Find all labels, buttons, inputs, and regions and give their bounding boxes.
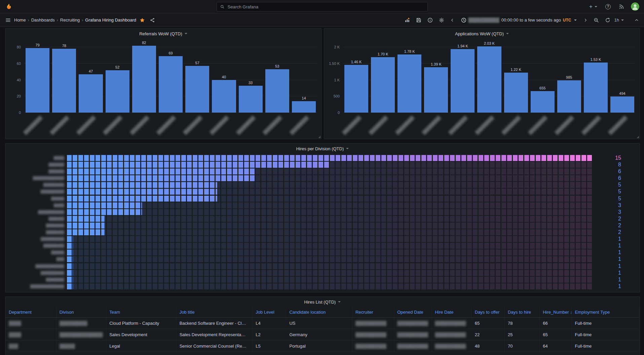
y-axis-tick-label: 0 <box>19 111 21 115</box>
collapse-toolbar-button[interactable] <box>633 17 640 24</box>
gauge-value: 6 <box>596 175 636 181</box>
panel-title-division[interactable]: Hires per Division (QTD) <box>5 144 640 154</box>
gauge-cell-gaps <box>67 256 593 262</box>
x-tick-text-blurred: █████████ <box>475 115 494 135</box>
column-header[interactable]: Days to offer <box>471 307 504 318</box>
news-button[interactable] <box>617 3 626 11</box>
zoom-out-button[interactable] <box>592 16 600 24</box>
panel-title-table[interactable]: Hires List (QTD) <box>5 297 640 307</box>
bar-group: 47 <box>79 41 103 113</box>
grafana-logo[interactable] <box>5 2 13 11</box>
gauge-value: 2 <box>596 229 636 235</box>
x-tick-text-blurred: █████████ <box>236 115 256 135</box>
bar-value-label: 69 <box>168 51 173 55</box>
gauge-track <box>67 249 593 255</box>
column-header[interactable]: Opened Date <box>394 307 432 318</box>
panel-resize-handle[interactable] <box>637 136 639 138</box>
column-header[interactable]: Recruiter <box>352 307 394 318</box>
column-header[interactable]: Job title <box>176 307 253 318</box>
column-header[interactable]: Team <box>106 307 176 318</box>
time-range-text: 00:00:00 to a few seconds ago <box>501 17 561 23</box>
bar <box>477 46 501 113</box>
chevron-right-icon: › <box>57 18 58 23</box>
refresh-interval-dropdown[interactable]: 1h <box>613 16 625 24</box>
bar-value-label: 14 <box>302 96 306 100</box>
add-panel-button[interactable] <box>403 16 411 24</box>
grafana-app: + ? Home › Dashboards › <box>0 0 644 355</box>
column-header[interactable]: Hire Date <box>432 307 471 318</box>
column-header[interactable]: Employment Type <box>572 307 639 318</box>
panel-menu-icon <box>346 148 349 149</box>
time-range-picker[interactable]: ██████████ 00:00:00 to a few seconds ago… <box>459 16 579 24</box>
x-axis-tick-label: █████████ <box>264 113 291 137</box>
referrals-bar-chart: 020406080 7978475282695740335314 ███████… <box>9 41 317 137</box>
table-cell: Backend Software Engineer - Cl… <box>176 318 253 329</box>
cell-text-blurred: █████████ <box>60 321 87 326</box>
x-tick-text-blurred: █████████ <box>555 115 574 135</box>
x-tick-text-blurred: █████████ <box>342 115 361 135</box>
column-header[interactable]: Department <box>6 307 56 318</box>
breadcrumb: Home › Dashboards › Recruiting › Grafana… <box>14 17 136 23</box>
table-cell: ████ <box>6 329 56 341</box>
breadcrumb-dashboards[interactable]: Dashboards <box>31 17 55 23</box>
x-axis-tick-label: █████████ <box>582 113 609 137</box>
panel-resize-handle[interactable] <box>318 136 320 138</box>
gauge-value: 1 <box>596 283 636 289</box>
x-tick-text-blurred: █████████ <box>395 115 414 135</box>
table-cell: L2 <box>253 329 286 341</box>
cell-text-blurred: ██████████ <box>435 321 466 326</box>
user-avatar[interactable] <box>631 2 639 11</box>
division-label-blurred: ████ <box>9 203 64 207</box>
breadcrumb-home[interactable]: Home <box>14 17 26 23</box>
share-icon <box>150 17 155 23</box>
bar-value-label: 1.78 K <box>404 49 415 53</box>
gauge-row: ████3 <box>9 202 636 208</box>
save-dashboard-button[interactable] <box>415 16 423 24</box>
table-cell: 70 <box>504 341 539 352</box>
table-cell: ████ <box>6 318 56 329</box>
favorite-button[interactable] <box>138 16 146 24</box>
help-button[interactable]: ? <box>604 3 612 11</box>
column-header[interactable]: Hire_Number ↓ <box>540 307 572 318</box>
bar <box>212 80 236 113</box>
column-header[interactable]: Job Level <box>253 307 286 318</box>
refresh-picker: 1h <box>604 16 625 24</box>
x-tick-text-blurred: █████████ <box>210 115 229 135</box>
bar <box>531 91 555 113</box>
column-header[interactable]: Candidate location <box>286 307 352 318</box>
x-axis-tick-label: █████████ <box>77 113 104 137</box>
breadcrumb-recruiting[interactable]: Recruiting <box>60 17 80 23</box>
search-input[interactable] <box>227 4 424 10</box>
column-header[interactable]: Divison <box>56 307 106 318</box>
dashboard-settings-button[interactable] <box>438 16 446 24</box>
division-label-blurred: █████████████ <box>9 284 64 288</box>
dashboard-insights-button[interactable] <box>426 16 434 24</box>
bar-group: 655 <box>531 41 555 113</box>
x-tick-text-blurred: █████████ <box>448 115 468 135</box>
gauge-value: 2 <box>596 216 636 222</box>
refresh-button[interactable] <box>604 16 612 24</box>
column-header[interactable]: Days to hire <box>504 307 539 318</box>
cell-text-blurred: ██████████ <box>435 332 466 337</box>
x-tick-text-blurred: █████████ <box>422 115 441 135</box>
x-axis-tick-label: █████████ <box>556 113 582 137</box>
table-cell: Senior Commercial Counsel (Re… <box>176 341 253 352</box>
panel-title-applications[interactable]: Applications WoW (QTD) <box>324 29 640 39</box>
time-shift-forward-button[interactable] <box>582 17 589 24</box>
global-search[interactable] <box>217 2 428 11</box>
gauge-value: 1 <box>596 277 636 283</box>
division-label-blurred: ██████ <box>9 217 64 221</box>
gauge-track <box>67 189 593 195</box>
panel-title-referrals[interactable]: Referrals WoW (QTD) <box>5 29 321 39</box>
table-cell: Full-time <box>572 329 639 341</box>
x-axis-tick-label: █████████ <box>609 113 636 137</box>
new-dropdown-button[interactable]: + <box>588 2 599 11</box>
time-shift-back-button[interactable] <box>449 17 456 24</box>
gauge-track <box>67 229 593 235</box>
share-button[interactable] <box>148 16 156 24</box>
menu-toggle-button[interactable] <box>4 16 12 24</box>
gauge-row: ████████████6 <box>9 175 636 181</box>
bar-group: 985 <box>557 41 581 113</box>
x-tick-text-blurred: █████████ <box>581 115 601 135</box>
bar <box>132 46 156 113</box>
